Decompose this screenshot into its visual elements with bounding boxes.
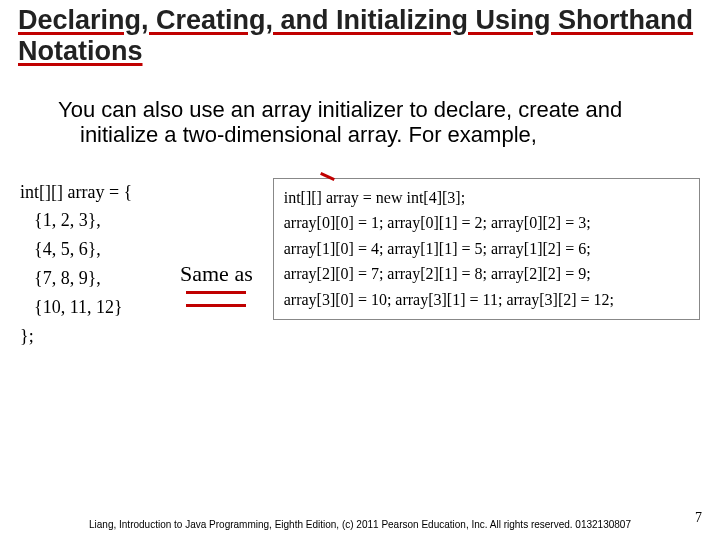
- same-as-text: Same as: [180, 261, 253, 287]
- code-line: {7, 8, 9},: [20, 264, 160, 293]
- code-line: array[1][0] = 4; array[1][1] = 5; array[…: [284, 236, 689, 262]
- slide: Declaring, Creating, and Initializing Us…: [0, 0, 720, 540]
- page-number: 7: [695, 510, 702, 526]
- code-line: array[3][0] = 10; array[3][1] = 11; arra…: [284, 287, 689, 313]
- equals-icon: [186, 291, 246, 307]
- code-line: array[2][0] = 7; array[2][1] = 8; array[…: [284, 261, 689, 287]
- intro-paragraph: You can also use an array initializer to…: [40, 97, 694, 148]
- code-line: };: [20, 322, 160, 351]
- expanded-code-block: int[][] array = new int[4][3]; array[0][…: [273, 178, 700, 320]
- equivalence-label: Same as: [180, 261, 253, 307]
- shorthand-code-block: int[][] array = { {1, 2, 3}, {4, 5, 6}, …: [20, 178, 160, 351]
- code-line: array[0][0] = 1; array[0][1] = 2; array[…: [284, 210, 689, 236]
- code-line: {10, 11, 12}: [20, 293, 160, 322]
- comparison-row: int[][] array = { {1, 2, 3}, {4, 5, 6}, …: [18, 178, 702, 351]
- slide-title: Declaring, Creating, and Initializing Us…: [18, 5, 702, 67]
- code-line: {1, 2, 3},: [20, 206, 160, 235]
- copyright-footer: Liang, Introduction to Java Programming,…: [0, 519, 720, 530]
- code-line: {4, 5, 6},: [20, 235, 160, 264]
- code-line: int[][] array = new int[4][3];: [284, 185, 689, 211]
- code-line: int[][] array = {: [20, 178, 160, 207]
